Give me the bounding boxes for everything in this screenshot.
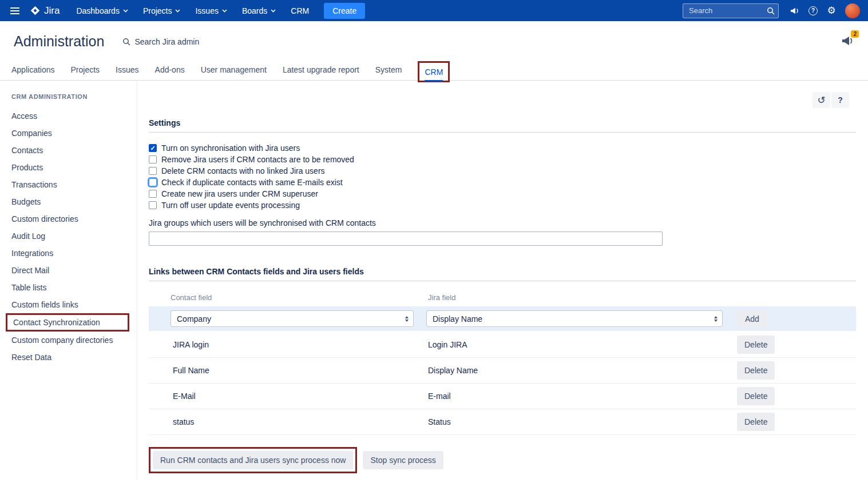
user-avatar[interactable] xyxy=(845,3,860,18)
nav-item-boards[interactable]: Boards xyxy=(235,0,283,21)
add-link-button[interactable]: Add xyxy=(737,310,767,328)
top-navbar: Jira Dashboards Projects Issues Boards C… xyxy=(0,0,868,21)
sidebar-item-products[interactable]: Products xyxy=(11,159,137,176)
checkbox-label: Turn off user update events processing xyxy=(161,201,300,210)
checkbox-label: Turn on synchronisation with Jira users xyxy=(161,143,300,153)
jira-field-cell: Login JIRA xyxy=(421,340,732,349)
delete-link-button[interactable]: Delete xyxy=(737,413,775,431)
tab-applications[interactable]: Applications xyxy=(11,59,55,80)
jira-logo-icon xyxy=(30,5,41,16)
checkbox-turn-off-update-events[interactable]: Turn off user update events processing xyxy=(149,199,856,211)
delete-link-button[interactable]: Delete xyxy=(737,361,775,380)
navbar-search-input[interactable] xyxy=(683,3,779,18)
tab-latest-upgrade-report[interactable]: Latest upgrade report xyxy=(283,59,359,80)
help-icon: ? xyxy=(838,95,843,105)
select-arrows-icon xyxy=(405,316,409,322)
checkbox-delete-crm-contacts[interactable]: Delete CRM contacts with no linked Jira … xyxy=(149,165,856,177)
sidebar-item-budgets[interactable]: Budgets xyxy=(11,193,137,210)
checkbox-box[interactable] xyxy=(149,190,157,198)
checkbox-duplicate-emails[interactable]: Check if duplicate contacts with same E-… xyxy=(149,177,856,188)
contact-field-cell: JIRA login xyxy=(166,340,421,349)
sidebar-item-direct-mail[interactable]: Direct Mail xyxy=(11,262,137,279)
checkbox-box[interactable] xyxy=(149,167,157,175)
hamburger-menu-icon[interactable] xyxy=(7,7,25,15)
sidebar-item-companies[interactable]: Companies xyxy=(11,125,137,142)
tab-projects[interactable]: Projects xyxy=(71,59,100,80)
checkbox-create-under-superuser[interactable]: Create new jira users under CRM superuse… xyxy=(149,188,856,199)
sidebar-item-custom-company-directories[interactable]: Custom company directories xyxy=(11,332,137,349)
sidebar-item-audit-log[interactable]: Audit Log xyxy=(11,227,137,245)
admin-search-label: Search Jira admin xyxy=(134,37,199,46)
field-links-table: Contact field Jira field Company Display… xyxy=(149,288,856,435)
sidebar-item-table-lists[interactable]: Table lists xyxy=(11,279,137,296)
nav-item-issues[interactable]: Issues xyxy=(188,0,234,21)
help-button-page[interactable]: ? xyxy=(831,92,849,108)
admin-search[interactable]: Search Jira admin xyxy=(122,37,199,46)
checkbox-remove-jira-users[interactable]: Remove Jira users if CRM contacts are to… xyxy=(149,154,856,165)
tab-crm[interactable]: CRM xyxy=(425,62,443,82)
table-header-row: Contact field Jira field xyxy=(149,288,856,306)
contact-field-cell: E-Mail xyxy=(166,392,421,401)
stop-sync-button[interactable]: Stop sync process xyxy=(363,451,443,469)
checkbox-box[interactable] xyxy=(149,144,157,152)
admin-header: Administration Search Jira admin 2 xyxy=(0,21,868,59)
contact-field-cell: status xyxy=(166,417,421,426)
sidebar-item-custom-fields-links[interactable]: Custom fields links xyxy=(11,296,137,313)
chevron-down-icon xyxy=(175,9,180,13)
jira-field-select[interactable]: Display Name xyxy=(426,310,723,327)
tab-add-ons[interactable]: Add-ons xyxy=(155,59,185,80)
crm-admin-sidebar: CRM ADMINISTRATION Access Companies Cont… xyxy=(0,81,137,480)
contact-field-select[interactable]: Company xyxy=(171,310,414,327)
contact-field-select-value: Company xyxy=(177,314,211,324)
search-icon xyxy=(767,7,775,15)
checkbox-box[interactable] xyxy=(149,178,157,186)
nav-item-projects[interactable]: Projects xyxy=(136,0,188,21)
tab-issues[interactable]: Issues xyxy=(116,59,138,80)
jira-groups-input[interactable] xyxy=(149,231,663,246)
sidebar-item-integrations[interactable]: Integrations xyxy=(11,245,137,262)
link-row-jira-login: JIRA login Login JIRA Delete xyxy=(149,332,856,358)
tab-user-management[interactable]: User management xyxy=(201,59,267,80)
settings-button[interactable]: ⚙ xyxy=(822,0,841,21)
nav-item-dashboards[interactable]: Dashboards xyxy=(69,0,136,21)
delete-link-button[interactable]: Delete xyxy=(737,336,775,354)
announcements-button[interactable] xyxy=(786,0,804,21)
settings-checkbox-list: Turn on synchronisation with Jira users … xyxy=(149,142,856,211)
sidebar-item-transactions[interactable]: Transactions xyxy=(11,176,137,193)
checkbox-box[interactable] xyxy=(149,155,157,163)
checkbox-label: Check if duplicate contacts with same E-… xyxy=(161,178,343,187)
links-heading: Links between CRM Contacts fields and Ji… xyxy=(149,267,856,276)
search-icon xyxy=(122,38,130,46)
nav-item-crm[interactable]: CRM xyxy=(283,0,316,21)
delete-link-button[interactable]: Delete xyxy=(737,387,775,405)
megaphone-icon xyxy=(790,6,800,15)
notifications-button[interactable]: 2 xyxy=(841,35,854,48)
run-sync-button[interactable]: Run CRM contacts and Jira users sync pro… xyxy=(153,451,353,469)
jira-field-cell: Display Name xyxy=(421,366,732,375)
refresh-icon: ↺ xyxy=(817,95,825,105)
page-title: Administration xyxy=(14,33,104,50)
create-button[interactable]: Create xyxy=(324,3,365,19)
sidebar-item-access[interactable]: Access xyxy=(11,107,137,125)
nav-item-label: CRM xyxy=(291,6,309,15)
sidebar-item-custom-directories[interactable]: Custom directories xyxy=(11,210,137,227)
jira-field-header: Jira field xyxy=(421,293,732,302)
chevron-down-icon xyxy=(271,9,276,13)
main-content: ↺ ? Settings Turn on synchronisation wit… xyxy=(137,81,868,480)
nav-item-label: Dashboards xyxy=(76,6,120,15)
sidebar-item-contacts[interactable]: Contacts xyxy=(11,142,137,159)
help-button-navbar[interactable]: ? xyxy=(804,0,822,21)
settings-heading: Settings xyxy=(149,118,856,127)
tab-system[interactable]: System xyxy=(375,59,402,80)
checkbox-turn-on-sync[interactable]: Turn on synchronisation with Jira users xyxy=(149,142,856,154)
refresh-button[interactable]: ↺ xyxy=(812,92,830,108)
sidebar-item-reset-data[interactable]: Reset Data xyxy=(11,349,137,366)
nav-item-label: Projects xyxy=(143,6,172,15)
jira-logo-text: Jira xyxy=(44,5,60,17)
sidebar-item-contact-synchronization[interactable]: Contact Synchronization xyxy=(13,315,128,330)
nav-item-label: Boards xyxy=(242,6,267,15)
gear-icon: ⚙ xyxy=(827,6,835,15)
checkbox-label: Create new jira users under CRM superuse… xyxy=(161,189,318,198)
jira-logo[interactable]: Jira xyxy=(25,5,69,17)
checkbox-box[interactable] xyxy=(149,201,157,209)
